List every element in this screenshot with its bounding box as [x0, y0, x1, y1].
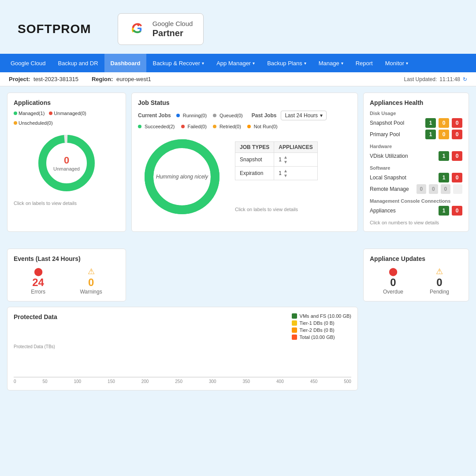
updates-content: ⬤ 0 Overdue ⚠ 0 Pending: [370, 267, 462, 295]
project-bar: Project: test-2023-381315 Region: europe…: [0, 72, 476, 86]
primary-pool-label: Primary Pool: [370, 131, 423, 138]
unmanaged-legend[interactable]: Unmanaged(0): [49, 111, 86, 116]
snapshot-count: 1 ▲ ▼: [274, 153, 317, 167]
overdue-item: ⬤ 0 Overdue: [383, 267, 403, 295]
health-click-hint[interactable]: Click on numbers to view details: [370, 220, 462, 225]
remote-manage-badge-1[interactable]: 0: [416, 184, 426, 194]
app-donut-center: 0 Unmanaged: [53, 155, 80, 171]
past-jobs-label: Past Jobs: [252, 112, 277, 119]
y-axis-label: Protected Data (TBs): [14, 344, 351, 349]
region-field: Region: europe-west1: [92, 76, 151, 82]
tier1-legend: Tier-1 DBs (0 B): [292, 320, 351, 326]
snapshot-label: Snapshot: [235, 153, 274, 167]
project-info: Project: test-2023-381315 Region: europe…: [9, 76, 151, 82]
snapshot-pool-badge-orange[interactable]: 0: [439, 118, 449, 128]
total-legend: Total (10.00 GB): [292, 335, 351, 340]
unscheduled-dot: [14, 121, 17, 125]
managed-legend[interactable]: Managed(1): [14, 111, 45, 116]
hardware-section: Hardware VDisk Utilization 1 0: [370, 144, 462, 161]
remote-manage-badge-3[interactable]: 0: [441, 184, 450, 194]
partner-text: Google Cloud Partner: [152, 20, 193, 38]
appliances-badge-green[interactable]: 1: [439, 206, 449, 216]
protected-data-title: Protected Data: [14, 313, 57, 320]
tier1-legend-color: [292, 320, 297, 326]
appliances-badge-red[interactable]: 0: [452, 206, 462, 216]
remote-manage-label: Remote Manage: [370, 186, 414, 192]
primary-pool-badge-green[interactable]: 1: [425, 130, 436, 139]
chevron-down-icon: ▾: [202, 61, 204, 66]
total-legend-color: [292, 335, 297, 340]
tier2-legend: Tier-2 DBs (0 B): [292, 327, 351, 333]
nav-report[interactable]: Report: [350, 54, 379, 72]
running-dot: [176, 114, 180, 117]
chevron-down-icon: ▾: [304, 61, 306, 66]
appliance-updates-title: Appliance Updates: [370, 255, 462, 262]
errors-label: Errors: [31, 289, 45, 295]
primary-pool-badge-red[interactable]: 0: [452, 130, 462, 139]
past-jobs-dropdown[interactable]: Last 24 Hours ▾: [281, 111, 327, 120]
vdisk-row: VDisk Utilization 1 0: [370, 151, 462, 161]
chevron-down-icon: ▾: [406, 61, 408, 66]
arrow-down-icon[interactable]: ▼: [283, 160, 288, 164]
nav-backup-dr[interactable]: Backup and DR: [52, 54, 104, 72]
appliances-label: Appliances: [370, 208, 436, 214]
local-snapshot-badge-green[interactable]: 1: [439, 173, 449, 182]
job-donut-area: Humming along nicely JOB TYPES APPLIANCE…: [138, 133, 351, 221]
errors-count[interactable]: 24: [31, 276, 45, 289]
appliances-health-card: Appliances Health Disk Usage Snapshot Po…: [363, 93, 469, 232]
refresh-icon[interactable]: ↻: [463, 76, 467, 82]
nav-app-manager[interactable]: App Manager ▾: [210, 54, 261, 72]
expiration-count: 1 ▲ ▼: [274, 167, 317, 180]
snapshot-pool-row: Snapshot Pool 1 0 0: [370, 118, 462, 128]
vdisk-badge-green[interactable]: 1: [439, 151, 449, 161]
google-cloud-icon: [129, 22, 146, 36]
chart-area: Protected Data (TBs) 0 50 100 150 200 25…: [14, 344, 351, 384]
software-label: Software: [370, 165, 462, 171]
primary-pool-badge-orange[interactable]: 0: [439, 130, 449, 139]
retried-dot: [213, 125, 216, 128]
row-2: Events (Last 24 Hours) ⬤ 24 Errors ⚠ 0 W…: [0, 243, 476, 301]
vdisk-label: VDisk Utilization: [370, 153, 436, 159]
nav-dashboard[interactable]: Dashboard: [104, 54, 147, 72]
protected-data-card: Protected Data VMs and FS (10.00 GB) Tie…: [7, 307, 358, 390]
nav-backup-recover[interactable]: Backup & Recover ▾: [146, 54, 210, 72]
arrow-up-icon[interactable]: ▲: [283, 168, 288, 173]
app-legend: Managed(1) Unmanaged(0) Unscheduled(0): [14, 111, 119, 126]
nav-google-cloud[interactable]: Google Cloud: [4, 54, 52, 72]
arrow-down-icon[interactable]: ▼: [283, 173, 288, 178]
main-content: Applications Managed(1) Unmanaged(0) Uns…: [0, 86, 476, 243]
warnings-count[interactable]: 0: [80, 276, 102, 289]
job-click-hint[interactable]: Click on labels to view details: [235, 207, 351, 212]
disk-usage-section: Disk Usage Snapshot Pool 1 0 0 Primary P…: [370, 111, 462, 139]
softprom-logo: SOFTPROM: [18, 22, 91, 36]
job-donut-text: Humming along nicely: [156, 174, 208, 180]
vms-legend: VMs and FS (10.00 GB): [292, 313, 351, 319]
nav-monitor[interactable]: Monitor ▾: [379, 54, 414, 72]
chart-bar-area: [14, 351, 351, 377]
remote-manage-badge-2[interactable]: 0: [429, 184, 439, 194]
snapshot-pool-badge-green[interactable]: 1: [425, 118, 436, 128]
nav-backup-plans[interactable]: Backup Plans ▾: [261, 54, 312, 72]
nav-manage[interactable]: Manage ▾: [312, 54, 350, 72]
current-jobs-legend: Running(0) Queued(0): [176, 113, 243, 118]
vms-legend-color: [292, 313, 297, 319]
appliances-health-title: Appliances Health: [370, 99, 462, 106]
protected-data-chart: [14, 351, 351, 377]
unmanaged-count: 0: [53, 155, 80, 166]
app-click-hint[interactable]: Click on labels to view details: [14, 201, 119, 206]
local-snapshot-badge-red[interactable]: 0: [452, 173, 462, 182]
managed-dot: [14, 112, 17, 115]
header: SOFTPROM Google Cloud Partner: [0, 0, 476, 54]
arrow-up-icon[interactable]: ▲: [283, 155, 288, 160]
vdisk-badge-red[interactable]: 0: [452, 151, 462, 161]
unscheduled-legend[interactable]: Unscheduled(0): [14, 120, 53, 126]
snapshot-pool-badge-red[interactable]: 0: [452, 118, 462, 128]
past-jobs-legend: Succeeded(2) Failed(0) Retried(0) Not Ru…: [138, 124, 351, 129]
pending-count[interactable]: 0: [430, 276, 449, 289]
appliances-header: APPLIANCES: [274, 142, 317, 153]
overdue-count[interactable]: 0: [383, 276, 403, 289]
pending-icon: ⚠: [430, 267, 449, 276]
chevron-down-icon: ▾: [341, 61, 343, 66]
queued-dot: [213, 114, 216, 117]
applications-card: Applications Managed(1) Unmanaged(0) Uns…: [7, 93, 126, 232]
